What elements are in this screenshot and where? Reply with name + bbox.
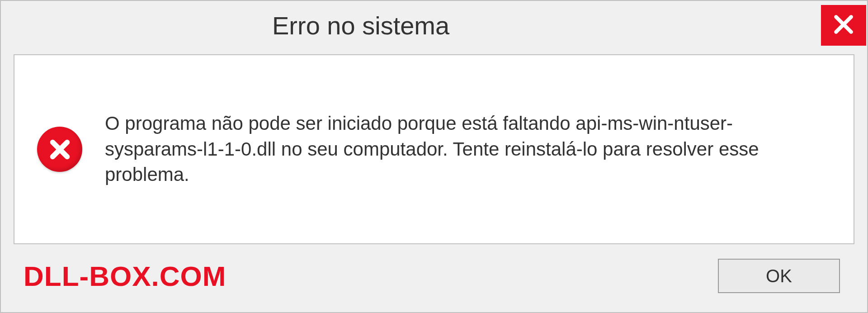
titlebar: Erro no sistema [1,1,867,50]
ok-button[interactable]: OK [718,259,840,293]
watermark-text: DLL-BOX.COM [24,260,226,292]
error-dialog: Erro no sistema O programa não pode ser … [0,0,868,313]
close-icon [832,13,855,38]
footer: DLL-BOX.COM OK [1,249,867,312]
dialog-title: Erro no sistema [272,11,449,40]
close-button[interactable] [821,5,866,46]
error-icon [37,127,82,172]
ok-button-label: OK [766,266,792,286]
error-message: O programa não pode ser iniciado porque … [105,111,831,188]
content-area: O programa não pode ser iniciado porque … [14,54,854,244]
